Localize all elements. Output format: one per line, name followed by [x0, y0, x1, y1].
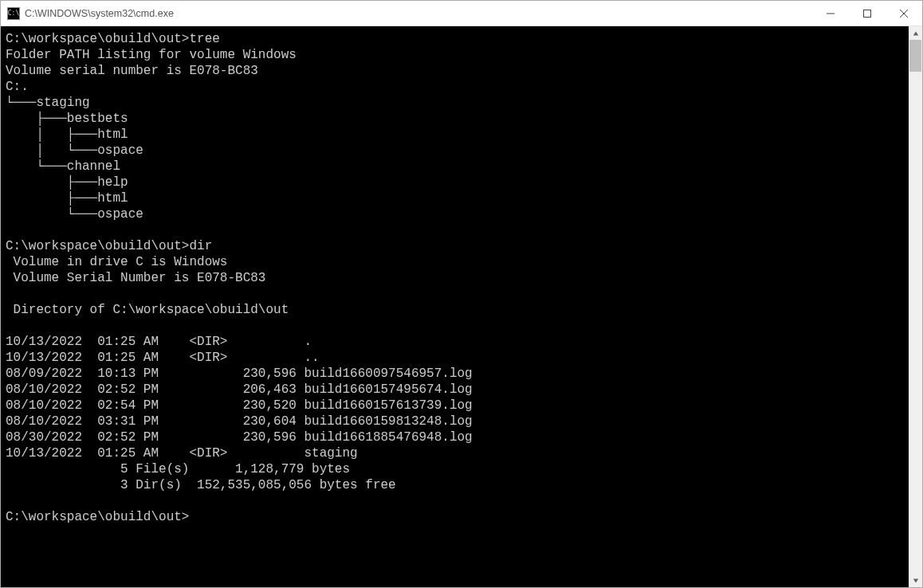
output-line: 10/13/2022 01:25 AM <DIR> .	[6, 335, 312, 349]
output-line: 10/13/2022 01:25 AM <DIR> ..	[6, 351, 320, 365]
maximize-button[interactable]	[849, 1, 886, 25]
output-line: 08/10/2022 03:31 PM 230,604 build1660159…	[6, 414, 473, 429]
output-line: 5 File(s) 1,128,779 bytes	[6, 462, 350, 476]
output-line: C:.	[6, 80, 29, 94]
output-line: Volume serial number is E078-BC83	[6, 64, 258, 78]
output-line: │ └───ospace	[6, 143, 143, 158]
output-line: └───staging	[6, 96, 90, 110]
vertical-scrollbar[interactable]	[909, 26, 922, 587]
output-line: ├───help	[6, 175, 128, 190]
output-line: Folder PATH listing for volume Windows	[6, 48, 297, 62]
output-line: └───ospace	[6, 207, 143, 221]
window-controls	[812, 1, 922, 25]
output-line: 10/13/2022 01:25 AM <DIR> staging	[6, 446, 358, 461]
window-title: C:\WINDOWS\system32\cmd.exe	[25, 8, 812, 19]
close-button[interactable]	[886, 1, 922, 25]
output-line: 08/10/2022 02:52 PM 206,463 build1660157…	[6, 382, 473, 397]
cmd-icon: C:\	[7, 7, 20, 20]
output-line: ├───bestbets	[6, 112, 128, 126]
output-line: Volume in drive C is Windows	[6, 255, 227, 269]
svg-rect-1	[864, 10, 871, 17]
output-line: └───channel	[6, 159, 120, 174]
content-area: C:\workspace\obuild\out>tree Folder PATH…	[1, 26, 922, 587]
scroll-down-button[interactable]	[909, 574, 922, 587]
output-line: 08/10/2022 02:54 PM 230,520 build1660157…	[6, 398, 473, 413]
output-line: Volume Serial Number is E078-BC83	[6, 271, 265, 285]
output-line: ├───html	[6, 191, 128, 206]
cmd-window: C:\ C:\WINDOWS\system32\cmd.exe C:\works…	[0, 0, 923, 588]
prompt: C:\workspace\obuild\out>	[6, 510, 189, 524]
titlebar[interactable]: C:\ C:\WINDOWS\system32\cmd.exe	[1, 1, 922, 26]
output-line: 08/30/2022 02:52 PM 230,596 build1661885…	[6, 430, 473, 445]
output-line: Directory of C:\workspace\obuild\out	[6, 303, 289, 317]
prompt: C:\workspace\obuild\out>	[6, 239, 189, 253]
output-line: │ ├───html	[6, 127, 128, 142]
minimize-button[interactable]	[812, 1, 849, 25]
scroll-up-button[interactable]	[909, 26, 922, 40]
output-line: 3 Dir(s) 152,535,085,056 bytes free	[6, 478, 396, 492]
command-text: tree	[189, 32, 219, 46]
scroll-track[interactable]	[909, 40, 922, 574]
terminal-output[interactable]: C:\workspace\obuild\out>tree Folder PATH…	[1, 26, 909, 587]
output-line: 08/09/2022 10:13 PM 230,596 build1660097…	[6, 367, 473, 381]
command-text: dir	[189, 239, 212, 253]
prompt: C:\workspace\obuild\out>	[6, 32, 189, 46]
scroll-thumb[interactable]	[909, 40, 921, 72]
